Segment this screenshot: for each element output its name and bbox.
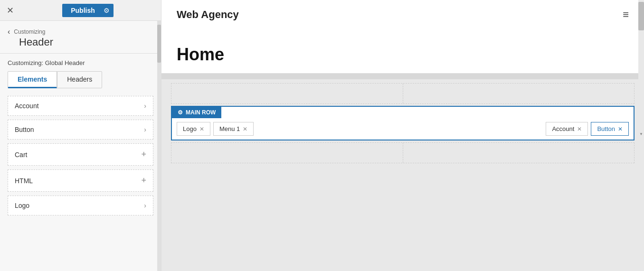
button-remove-icon[interactable]: ✕ [618,126,623,132]
back-row: ‹ Customizing [8,28,153,36]
account-tag-label: Account [552,125,574,132]
element-label-html: HTML [15,177,33,185]
plus-icon[interactable]: + [141,176,146,186]
top-empty-row [171,83,635,104]
tabs: Elements Headers [0,66,161,88]
settings-button[interactable]: ⚙ [100,4,114,17]
main-row-label: MAIN ROW [186,109,216,116]
left-panel: ✕ Publish ⚙ ‹ Customizing Header Customi… [0,0,161,271]
chevron-right-icon: › [144,102,146,110]
back-button[interactable]: ‹ [8,28,10,36]
main-row-header[interactable]: ⚙ MAIN ROW [172,107,221,118]
top-empty-left [171,84,403,103]
row-tag-account[interactable]: Account ✕ [546,122,588,136]
main-row-container: ⚙ MAIN ROW Logo ✕ Menu 1 ✕ Account [171,106,635,140]
top-bar: ✕ Publish ⚙ [0,0,161,21]
logo-tag-label: Logo [183,125,197,132]
element-label-cart: Cart [15,151,27,159]
row-tag-logo[interactable]: Logo ✕ [177,122,210,136]
row-tag-button[interactable]: Button ✕ [591,122,629,136]
customizing-label: Customizing [14,28,45,35]
logo-remove-icon[interactable]: ✕ [199,126,204,132]
preview-area: Web Agency ≡ Home [161,0,644,74]
page-title: Home [177,45,224,65]
menu1-tag-label: Menu 1 [219,125,240,132]
button-tag-label: Button [597,125,615,132]
global-header-label: Customizing: Global Header [0,54,161,66]
list-item-cart[interactable]: Cart + [8,143,153,166]
bottom-empty-right [403,143,635,163]
list-item-html[interactable]: HTML + [8,169,153,192]
chevron-right-icon: › [144,126,146,133]
main-row-items: Logo ✕ Menu 1 ✕ Account ✕ Button ✕ [172,118,634,140]
left-scrollbar[interactable] [157,21,161,271]
top-empty-right [403,84,635,103]
separator [161,74,644,79]
tab-headers[interactable]: Headers [57,71,102,88]
menu1-remove-icon[interactable]: ✕ [243,126,247,132]
plus-icon[interactable]: + [141,150,146,159]
gear-icon: ⚙ [178,109,183,116]
hamburger-icon[interactable]: ≡ [623,9,629,21]
account-remove-icon[interactable]: ✕ [577,126,582,132]
publish-button[interactable]: Publish [62,4,104,17]
bottom-empty-left [171,143,403,163]
right-scrollbar[interactable]: ▼ [638,0,644,138]
bottom-empty-row [171,142,635,163]
element-label-logo: Logo [15,202,29,209]
chevron-right-icon: › [144,202,146,209]
site-logo: Web Agency [177,9,239,21]
builder-area: ⚙ MAIN ROW Logo ✕ Menu 1 ✕ Account [161,79,644,271]
element-label-account: Account [15,102,39,110]
list-item-button[interactable]: Button › [8,120,153,140]
elements-list: Account › Button › Cart + HTML + Logo › [0,88,161,271]
list-item-account[interactable]: Account › [8,96,153,116]
tab-elements[interactable]: Elements [8,71,57,88]
header-section: ‹ Customizing Header [0,21,161,54]
list-item-logo[interactable]: Logo › [8,196,153,215]
row-tag-menu1[interactable]: Menu 1 ✕ [213,122,254,136]
element-label-button: Button [15,126,34,133]
right-panel: Web Agency ≡ Home ▼ ⚙ MAIN ROW Logo ✕ [161,0,644,271]
header-title: Header [19,36,153,48]
close-button[interactable]: ✕ [5,3,16,18]
